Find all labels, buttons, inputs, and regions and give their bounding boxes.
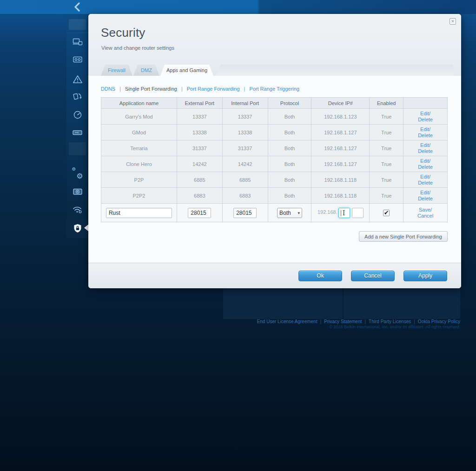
enabled-checkbox[interactable]: ✔: [383, 210, 390, 216]
warning-triangle-icon: [73, 75, 83, 84]
table-row: GMod 13338 13338 Both 192.168.1.127 True…: [101, 125, 448, 140]
subnav-separator: |: [119, 86, 121, 92]
sidebar-item-troubleshooting[interactable]: [66, 185, 88, 198]
footer-separator: |: [320, 319, 322, 324]
sidebar-item-alerts[interactable]: [66, 73, 88, 86]
ip-prefix-label: 192.168.: [317, 209, 337, 215]
add-single-port-forwarding-button[interactable]: Add a new Single Port Forwarding: [359, 231, 448, 242]
footer-link-eula[interactable]: End User License Agreement: [257, 319, 317, 324]
ibeam-cursor-icon: I: [343, 209, 345, 217]
edit-link[interactable]: Edit/: [403, 111, 447, 117]
footer-link-privacy[interactable]: Privacy Statement: [324, 319, 362, 324]
footer-link-ookla[interactable]: Ookla Privacy Policy: [418, 319, 460, 324]
cell-protocol: Both: [268, 125, 311, 140]
sidebar-divider: [66, 33, 88, 33]
cell-actions: Edit/Delete: [403, 156, 448, 172]
port-forwarding-table: Application name External Port Internal …: [101, 97, 448, 222]
sidebar-item-external-storage[interactable]: [66, 126, 88, 139]
cell-device-ip: 192.168.1.127: [311, 125, 370, 140]
table-row: P2P2 6883 6883 Both 192.168.1.118 True E…: [101, 188, 448, 204]
sidebar-item-wireless[interactable]: [66, 203, 88, 216]
cell-app: Clone Hero: [101, 156, 177, 172]
cell-protocol: Both: [268, 109, 311, 125]
col-internal-port: Internal Port: [222, 98, 268, 109]
edit-link[interactable]: Edit/: [403, 158, 447, 164]
edit-link[interactable]: Edit/: [403, 126, 447, 133]
cell-protocol-edit: Both ▾: [268, 204, 311, 222]
cell-enabled-edit: ✔: [370, 204, 403, 222]
subnav-port-range-forwarding[interactable]: Port Range Forwarding: [187, 86, 240, 92]
text-caret: [341, 210, 341, 216]
cancel-link[interactable]: Cancel: [403, 213, 447, 219]
back-icon[interactable]: [73, 2, 83, 12]
cancel-button[interactable]: Cancel: [351, 271, 395, 281]
cell-external-port: 6885: [177, 172, 222, 188]
tab-firewall[interactable]: Firewall: [101, 65, 132, 76]
cell-external-edit: [177, 204, 222, 222]
close-icon[interactable]: ✕: [450, 18, 456, 25]
footer-link-third-party[interactable]: Third Party Licenses: [369, 319, 411, 324]
application-name-input[interactable]: [106, 208, 172, 218]
ok-button[interactable]: Ok: [298, 271, 342, 281]
col-protocol: Protocol: [268, 98, 311, 109]
cell-app: P2P2: [101, 188, 177, 204]
footer-separator: |: [364, 319, 366, 324]
sidebar-divider-tile: [69, 142, 86, 155]
col-application-name: Application name: [101, 98, 177, 109]
delete-link[interactable]: Delete: [403, 133, 447, 139]
cell-enabled: True: [370, 140, 403, 156]
cell-external-port: 13338: [177, 125, 222, 140]
security-dialog: Security View and change router settings…: [88, 14, 461, 288]
cell-device-ip: 192.168.1.118: [311, 188, 370, 204]
tab-dmz[interactable]: DMZ: [133, 65, 159, 76]
apply-button[interactable]: Apply: [403, 271, 447, 281]
sidebar-logo-tile: [69, 19, 86, 30]
cell-enabled: True: [370, 109, 403, 125]
cell-internal-port: 6885: [222, 172, 268, 188]
cell-internal-port: 31337: [222, 140, 268, 156]
wifi-icon: [72, 205, 83, 213]
external-port-input[interactable]: [188, 208, 211, 218]
cell-app: P2P: [101, 172, 177, 188]
sidebar-item-settings[interactable]: ⚙ ⚙: [66, 167, 88, 180]
cell-internal-port: 13338: [222, 125, 268, 140]
subnav-ddns[interactable]: DDNS: [101, 86, 115, 92]
edit-link[interactable]: Edit/: [403, 174, 447, 180]
subnav-port-range-triggering[interactable]: Port Range Triggering: [249, 86, 299, 92]
cell-enabled: True: [370, 156, 403, 172]
sidebar: ⚙ ⚙: [66, 14, 88, 238]
delete-link[interactable]: Delete: [403, 196, 447, 202]
protocol-select[interactable]: Both ▾: [277, 208, 302, 218]
sidebar-item-media-storage[interactable]: [66, 53, 88, 66]
page-title: Security: [101, 26, 145, 40]
tab-bar: Firewall DMZ Apps and Gaming: [101, 65, 461, 76]
ip-octet4-input[interactable]: [352, 208, 364, 218]
delete-link[interactable]: Delete: [403, 117, 447, 123]
cell-device-ip: 192.168.1.123: [311, 109, 370, 125]
sidebar-item-media-prioritization[interactable]: [66, 90, 88, 103]
cell-external-port: 14242: [177, 156, 222, 172]
screen: ⚙ ⚙ Security View and change router sett…: [0, 0, 476, 471]
edit-link[interactable]: Edit/: [403, 190, 447, 196]
protocol-select-value: Both: [279, 210, 291, 216]
cell-app: Garry's Mod: [101, 109, 177, 125]
delete-link[interactable]: Delete: [403, 180, 447, 186]
cell-internal-edit: [222, 204, 268, 222]
dimmed-background-panel: [223, 288, 343, 319]
cell-external-port: 6883: [177, 188, 222, 204]
ip-octet3-input[interactable]: I: [338, 208, 350, 218]
col-actions: [403, 98, 448, 109]
delete-link[interactable]: Delete: [403, 164, 447, 170]
save-link[interactable]: Save/: [403, 207, 447, 213]
sidebar-item-devices[interactable]: [66, 35, 88, 48]
tab-apps-and-gaming[interactable]: Apps and Gaming: [160, 65, 213, 76]
delete-link[interactable]: Delete: [403, 148, 447, 154]
subnav-single-port-forwarding[interactable]: Single Port Forwarding: [125, 86, 177, 92]
edit-link[interactable]: Edit/: [403, 142, 447, 148]
subnav-separator: |: [244, 86, 245, 92]
cell-enabled: True: [370, 125, 403, 140]
sidebar-item-speed-test[interactable]: [66, 108, 88, 121]
table-row: Garry's Mod 13337 13337 Both 192.168.1.1…: [101, 109, 448, 125]
cell-enabled: True: [370, 188, 403, 204]
internal-port-input[interactable]: [233, 208, 257, 218]
